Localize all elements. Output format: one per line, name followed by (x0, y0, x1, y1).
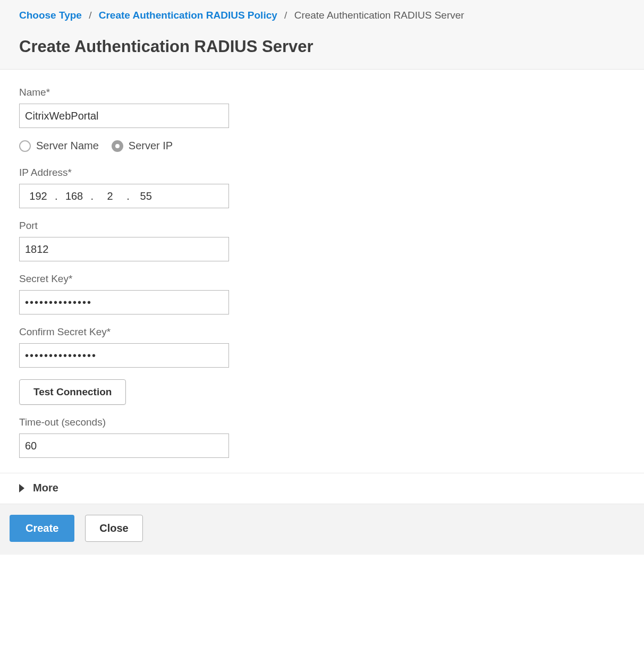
name-input[interactable] (19, 104, 229, 128)
port-input[interactable] (19, 237, 229, 261)
ip-octet-2[interactable] (59, 190, 90, 202)
test-connection-button[interactable]: Test Connection (19, 379, 126, 405)
radio-server-name[interactable]: Server Name (19, 140, 99, 152)
breadcrumb-separator: / (89, 10, 91, 21)
secret-key-input[interactable] (19, 290, 229, 314)
radio-icon (19, 140, 31, 152)
confirm-secret-key-input[interactable] (19, 343, 229, 368)
timeout-label: Time-out (seconds) (19, 416, 625, 428)
more-toggle[interactable]: More (19, 482, 625, 494)
chevron-right-icon (19, 484, 24, 492)
breadcrumb: Choose Type / Create Authentication RADI… (19, 10, 625, 21)
ip-address-input[interactable]: . . . (19, 184, 229, 208)
ip-octet-4[interactable] (131, 190, 162, 202)
more-label: More (33, 482, 58, 494)
breadcrumb-current: Create Authentication RADIUS Server (294, 10, 464, 21)
breadcrumb-choose-type[interactable]: Choose Type (19, 10, 82, 21)
ip-address-label: IP Address* (19, 167, 625, 178)
name-label: Name* (19, 87, 625, 98)
port-label: Port (19, 220, 625, 232)
page-title: Create Authentication RADIUS Server (19, 37, 625, 56)
ip-octet-3[interactable] (95, 190, 125, 202)
create-button[interactable]: Create (10, 515, 74, 542)
breadcrumb-create-policy[interactable]: Create Authentication RADIUS Policy (99, 10, 277, 21)
secret-key-label: Secret Key* (19, 273, 625, 285)
confirm-secret-key-label: Confirm Secret Key* (19, 326, 625, 338)
breadcrumb-separator: / (284, 10, 287, 21)
radio-server-ip[interactable]: Server IP (112, 140, 173, 152)
close-button[interactable]: Close (85, 515, 142, 542)
radio-server-ip-label: Server IP (129, 140, 173, 152)
ip-octet-1[interactable] (23, 190, 54, 202)
ip-dot: . (125, 190, 131, 202)
ip-dot: . (54, 190, 59, 202)
timeout-input[interactable] (19, 434, 229, 458)
ip-dot: . (90, 190, 95, 202)
radio-icon-selected (112, 140, 123, 152)
radio-server-name-label: Server Name (36, 140, 99, 152)
